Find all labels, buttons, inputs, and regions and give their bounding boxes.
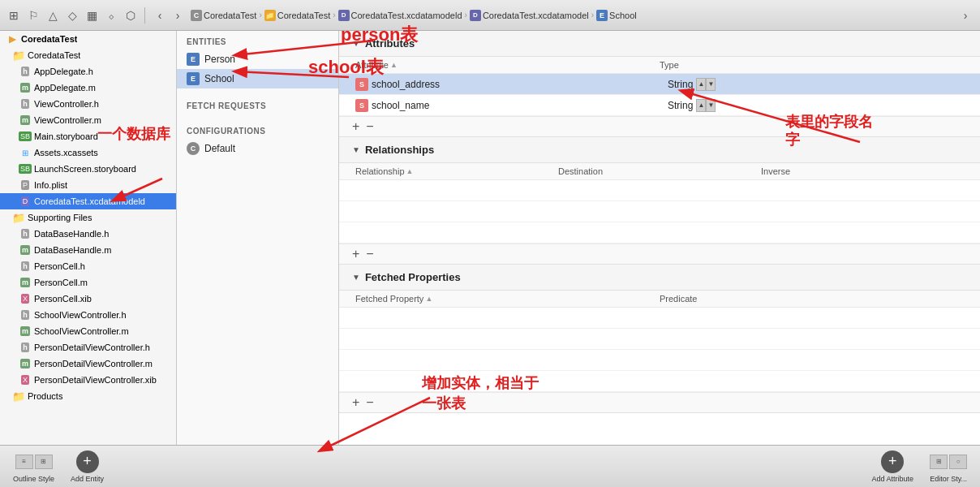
stepper-down-1[interactable]: ▼ bbox=[706, 78, 716, 91]
sidebar-content: ▶ CoredataTest 📁 CoredataTest h AppDeleg… bbox=[0, 31, 176, 445]
remove-fetched-prop-btn[interactable]: − bbox=[366, 396, 373, 409]
sidebar-item-xcdatamodel[interactable]: D CoredataTest.xcdatamodeld bbox=[0, 193, 176, 209]
xib-icon-2: X bbox=[19, 374, 31, 386]
toolbar-icon-5[interactable]: ▦ bbox=[84, 8, 99, 23]
add-relationship-btn[interactable]: + bbox=[352, 248, 359, 261]
config-default[interactable]: C Default bbox=[177, 139, 338, 158]
nav-arrows: ‹ › bbox=[152, 7, 186, 24]
schoolvc-h-label: SchoolViewController.h bbox=[34, 310, 127, 320]
breadcrumb-item-2[interactable]: 📁 CoredataTest bbox=[264, 10, 330, 21]
add-attribute-action[interactable]: + Add Attribute bbox=[872, 450, 914, 483]
breadcrumb-item-4[interactable]: D CoredataTest.xcdatamodel bbox=[470, 10, 589, 21]
nav-right-end[interactable]: › bbox=[957, 7, 974, 24]
add-entity-action[interactable]: + Add Entity bbox=[71, 450, 104, 483]
sidebar-item-viewcontroller-m[interactable]: m ViewController.m bbox=[0, 112, 176, 128]
assets-label: Assets.xcassets bbox=[34, 148, 98, 157]
stepper-up-1[interactable]: ▲ bbox=[696, 78, 706, 91]
sidebar-item-dbhandle-m[interactable]: m DataBaseHandle.m bbox=[0, 242, 176, 258]
editor-icon-table: ⊞ bbox=[930, 455, 948, 469]
stepper-up-2[interactable]: ▲ bbox=[696, 99, 706, 112]
sidebar-item-personcell-xib[interactable]: X PersonCell.xib bbox=[0, 291, 176, 307]
attribute-row-school-address[interactable]: S school_address String ▲ ▼ bbox=[339, 74, 980, 95]
editor-style-icons: ⊞ ○ bbox=[930, 455, 967, 469]
toolbar-icon-7[interactable]: ⬡ bbox=[123, 8, 138, 23]
entity-school-label: School bbox=[204, 73, 234, 84]
editor-style-icon-container: ⊞ ○ bbox=[937, 450, 960, 473]
stepper-2[interactable]: ▲ ▼ bbox=[696, 99, 716, 112]
col-type-header: Type bbox=[660, 60, 964, 70]
sidebar-item-launchscreen[interactable]: SB LaunchScreen.storyboard bbox=[0, 161, 176, 177]
persondetailvc-m-label: PersonDetailViewController.m bbox=[34, 359, 153, 368]
attribute-name-1: school_address bbox=[372, 79, 668, 90]
sidebar-item-persondetailvc-xib[interactable]: X PersonDetailViewController.xib bbox=[0, 372, 176, 388]
add-attribute-btn[interactable]: + bbox=[352, 120, 359, 133]
stepper-down-2[interactable]: ▼ bbox=[706, 99, 716, 112]
nav-back[interactable]: ‹ bbox=[152, 7, 168, 24]
entity-school[interactable]: E School bbox=[177, 69, 338, 88]
breadcrumb-label-5: School bbox=[609, 11, 637, 20]
xib-icon-1: X bbox=[19, 293, 31, 304]
sidebar-item-supporting-files[interactable]: 📁 Supporting Files bbox=[0, 209, 176, 226]
stepper-1[interactable]: ▲ ▼ bbox=[696, 78, 716, 91]
add-attribute-label: Add Attribute bbox=[872, 475, 914, 483]
breadcrumb-item-1[interactable]: C CoredataTest bbox=[191, 10, 256, 21]
m-icon-5: m bbox=[19, 325, 31, 337]
outline-style-action[interactable]: ≡ ⊞ Outline Style bbox=[13, 450, 54, 483]
sidebar-item-schoolvc-h[interactable]: h SchoolViewController.h bbox=[0, 307, 176, 323]
persondetailvc-xib-label: PersonDetailViewController.xib bbox=[34, 375, 157, 385]
toolbar-icon-6[interactable]: ⬦ bbox=[104, 8, 118, 23]
sidebar-item-products[interactable]: 📁 Products bbox=[0, 388, 176, 404]
attributes-header[interactable]: ▼ Attributes bbox=[339, 31, 980, 57]
toolbar-icon-4[interactable]: ◇ bbox=[65, 8, 80, 23]
viewcontroller-h-label: ViewController.h bbox=[34, 99, 99, 109]
group-label: CoredataTest bbox=[28, 50, 80, 60]
sidebar-item-personcell-h[interactable]: h PersonCell.h bbox=[0, 258, 176, 274]
relationships-title: Relationships bbox=[365, 144, 434, 156]
storyboard-icon-1: SB bbox=[19, 131, 31, 142]
add-attribute-circle-btn[interactable]: + bbox=[881, 450, 904, 473]
add-fetched-prop-btn[interactable]: + bbox=[352, 396, 359, 409]
toolbar-icon-2[interactable]: ⚐ bbox=[26, 8, 41, 23]
remove-relationship-btn[interactable]: − bbox=[366, 248, 373, 261]
fetched-props-table-header: Fetched Property ▲ Predicate bbox=[339, 291, 980, 308]
xcdatamodel-icon: D bbox=[19, 196, 31, 207]
sidebar-item-personcell-m[interactable]: m PersonCell.m bbox=[0, 274, 176, 291]
entities-panel: ENTITIES E Person E School FETCH REQUEST… bbox=[177, 31, 339, 445]
sidebar-item-viewcontroller-h[interactable]: h ViewController.h bbox=[0, 96, 176, 112]
folder-icon: ▶ bbox=[9, 34, 15, 45]
sidebar-item-root[interactable]: ▶ CoredataTest bbox=[0, 31, 176, 47]
outline-style-icon: ≡ ⊞ bbox=[23, 450, 45, 473]
fetched-props-header[interactable]: ▼ Fetched Properties bbox=[339, 265, 980, 291]
attribute-icon-1: S bbox=[355, 78, 368, 91]
attribute-row-school-name[interactable]: S school_name String ▲ ▼ bbox=[339, 95, 980, 116]
sidebar-item-infoplist[interactable]: P Info.plist bbox=[0, 177, 176, 193]
breadcrumb-item-3[interactable]: D CoredataTest.xcdatamodeld bbox=[338, 10, 462, 21]
sidebar-item-coredatatest-group[interactable]: 📁 CoredataTest bbox=[0, 47, 176, 63]
sidebar-item-appdelegate-h[interactable]: h AppDelegate.h bbox=[0, 63, 176, 80]
sidebar-item-assets[interactable]: ⊞ Assets.xcassets bbox=[0, 144, 176, 161]
sidebar-item-appdelegate-m[interactable]: m AppDelegate.m bbox=[0, 80, 176, 96]
sidebar: ▶ CoredataTest 📁 CoredataTest h AppDeleg… bbox=[0, 31, 177, 445]
breadcrumb-item-5[interactable]: E School bbox=[596, 10, 637, 21]
add-attribute-icon-container: + bbox=[881, 450, 904, 473]
attribute-type-value-1: String bbox=[668, 79, 693, 90]
toolbar-icon-3[interactable]: △ bbox=[45, 8, 60, 23]
entity-person[interactable]: E Person bbox=[177, 50, 338, 69]
remove-attribute-btn[interactable]: − bbox=[366, 120, 373, 133]
fp-empty-3 bbox=[339, 350, 980, 371]
col-destination-header: Destination bbox=[558, 166, 761, 176]
attribute-type-1: String ▲ ▼ bbox=[668, 78, 964, 91]
relationships-header[interactable]: ▼ Relationships bbox=[339, 137, 980, 163]
sidebar-item-persondetailvc-h[interactable]: h PersonDetailViewController.h bbox=[0, 339, 176, 356]
editor-style-action[interactable]: ⊞ ○ Editor Sty... bbox=[930, 450, 967, 483]
nav-forward[interactable]: › bbox=[170, 7, 186, 24]
relationships-section: ▼ Relationships Relationship ▲ Destinati… bbox=[339, 137, 980, 265]
toolbar-icon-1[interactable]: ⊞ bbox=[6, 8, 21, 23]
sidebar-item-schoolvc-m[interactable]: m SchoolViewController.m bbox=[0, 323, 176, 339]
add-entity-circle-btn[interactable]: + bbox=[76, 450, 99, 473]
fetch-requests-header: FETCH REQUESTS bbox=[177, 95, 338, 114]
sidebar-item-persondetailvc-m[interactable]: m PersonDetailViewController.m bbox=[0, 356, 176, 372]
sidebar-item-dbhandle-h[interactable]: h DataBaseHandle.h bbox=[0, 226, 176, 242]
sidebar-item-main-storyboard[interactable]: SB Main.storyboard bbox=[0, 128, 176, 144]
m-icon-3: m bbox=[19, 244, 31, 256]
